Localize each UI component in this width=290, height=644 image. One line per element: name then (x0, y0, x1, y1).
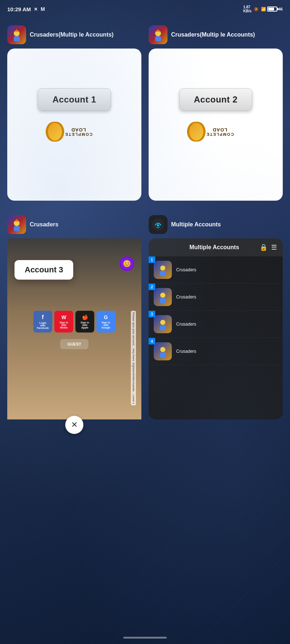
facebook-login-btn[interactable]: f Login with Facebook (33, 311, 52, 333)
multiple-accounts-icon (149, 215, 167, 234)
ma-menu-icon[interactable]: ☰ (271, 243, 277, 251)
status-right: 1.87 KB/s 🔕 📶 46 (243, 5, 283, 13)
account2-header: Crusaders(Multip le Accounts) (149, 25, 283, 44)
multiple-accounts-section: Multiple Accounts Multiple Accounts 🔒 ☰ … (149, 215, 283, 419)
ma-item-number-2: 2 (149, 284, 155, 290)
account2-app-icon (149, 25, 167, 44)
svg-point-28 (160, 347, 165, 352)
status-left: 10:29 AM ✕ M (7, 6, 45, 12)
ma-icons: 🔒 ☰ (260, 243, 277, 251)
battery-label: 📶 46 (261, 7, 283, 12)
ma-item-2[interactable]: 2 Crusaders (149, 284, 283, 311)
ma-item-1[interactable]: 1 Crusaders (149, 256, 283, 284)
load-text-1: COMPLETE LOAD (65, 127, 92, 136)
battery-icon (267, 7, 277, 12)
coin-shape-2 (188, 122, 204, 142)
side-text: Please sync your account... Hey there. E… (131, 311, 136, 405)
account2-section: Crusaders(Multip le Accounts) Account 2 … (149, 25, 283, 201)
account3-section: Crusaders Account 3 😊 f Login with Faceb… (7, 215, 141, 419)
close-button[interactable]: ✕ (65, 416, 83, 434)
apple-login-btn[interactable]: 🍎 Sign in with Apple (75, 311, 94, 333)
svg-point-20 (160, 293, 165, 298)
ma-game-name-2: Crusaders (176, 294, 196, 300)
account2-card: Account 2 COMPLETE LOAD (149, 49, 283, 201)
ma-item-number-4: 4 (149, 338, 155, 344)
account1-header: Crusaders(Multip le Accounts) (7, 25, 141, 44)
ma-item-number-1: 1 (149, 256, 155, 263)
svg-rect-21 (160, 298, 166, 303)
login-screen: Account 3 😊 f Login with Facebook W (7, 238, 141, 419)
ma-game-icon-2 (154, 288, 172, 306)
load-badge-inner-1: COMPLETE LOAD (56, 122, 92, 142)
svg-point-24 (160, 320, 165, 325)
ma-game-icon-1 (154, 261, 172, 279)
load-badge-inner-2: COMPLETE LOAD (198, 122, 234, 142)
account3-header: Crusaders (7, 215, 141, 234)
account3-app-name: Crusaders (30, 221, 58, 229)
bottom-row: Crusaders Account 3 😊 f Login with Faceb… (0, 208, 290, 419)
load-text-2: COMPLETE LOAD (206, 127, 234, 136)
ma-item-3[interactable]: 3 Crusaders (149, 311, 283, 338)
ma-list: 1 Crusaders 2 (149, 256, 283, 419)
wifi-icon: 📶 (261, 7, 266, 12)
account1-app-name: Crusaders(Multip le Accounts) (30, 31, 113, 39)
profile-circle: 😊 (120, 256, 134, 271)
ma-game-icon-3 (154, 315, 172, 333)
close-icon: ✕ (71, 420, 78, 430)
account1-card: Account 1 COMPLETE LOAD (7, 49, 141, 201)
status-time: 10:29 AM (7, 6, 31, 12)
svg-point-13 (157, 224, 159, 226)
mute-icon: 🔕 (254, 7, 259, 12)
top-row: Crusaders(Multip le Accounts) Account 1 … (0, 18, 290, 201)
account2-button[interactable]: Account 2 (179, 88, 253, 111)
google-login-btn[interactable]: G Sign in with Google (96, 311, 115, 333)
svg-point-16 (160, 265, 165, 271)
svg-rect-7 (155, 36, 161, 41)
svg-rect-29 (160, 352, 166, 357)
ma-lock-icon[interactable]: 🔒 (260, 243, 268, 251)
account1-load-badge: COMPLETE LOAD (56, 122, 92, 151)
gmail-icon: M (41, 6, 45, 12)
crusaders-login-card: Account 3 😊 f Login with Facebook W (7, 238, 141, 419)
nav-bar (123, 637, 167, 639)
ma-game-name-1: Crusaders (176, 267, 196, 272)
coin-shape-1 (47, 122, 63, 142)
ma-header: Multiple Accounts 🔒 ☰ (149, 238, 283, 256)
svg-rect-3 (14, 36, 20, 41)
svg-rect-17 (160, 271, 166, 276)
account1-section: Crusaders(Multip le Accounts) Account 1 … (7, 25, 141, 201)
battery-percent: 46 (278, 7, 283, 11)
multiple-accounts-header: Multiple Accounts (149, 215, 283, 234)
account2-app-name: Crusaders(Multip le Accounts) (171, 31, 255, 39)
multiple-accounts-app-name: Multiple Accounts (171, 221, 221, 229)
account3-app-icon (7, 215, 26, 234)
ma-game-name-4: Crusaders (176, 349, 196, 354)
account1-button[interactable]: Account 1 (38, 88, 111, 111)
network-speed: 1.87 KB/s (243, 5, 252, 13)
weibo-login-btn[interactable]: W Sign in with Weibo (54, 311, 73, 333)
guest-btn[interactable]: GUEST (60, 339, 88, 349)
account1-app-icon (7, 25, 26, 44)
multiple-accounts-panel: Multiple Accounts 🔒 ☰ 1 (149, 238, 283, 419)
account2-load-badge: COMPLETE LOAD (198, 122, 234, 151)
ma-item-4[interactable]: 4 Crusaders (149, 338, 283, 365)
ma-title: Multiple Accounts (169, 244, 260, 251)
ma-game-name-3: Crusaders (176, 322, 196, 327)
ma-item-number-3: 3 (149, 311, 155, 317)
login-row: f Login with Facebook W Sign in with Wei… (33, 311, 115, 333)
login-buttons-area: f Login with Facebook W Sign in with Wei… (14, 311, 134, 349)
ma-game-icon-4 (154, 342, 172, 360)
svg-rect-25 (160, 325, 166, 330)
svg-rect-11 (14, 226, 20, 231)
status-bar: 10:29 AM ✕ M 1.87 KB/s 🔕 📶 46 (0, 0, 290, 18)
x-icon: ✕ (34, 7, 38, 12)
account3-button[interactable]: Account 3 (14, 260, 73, 280)
